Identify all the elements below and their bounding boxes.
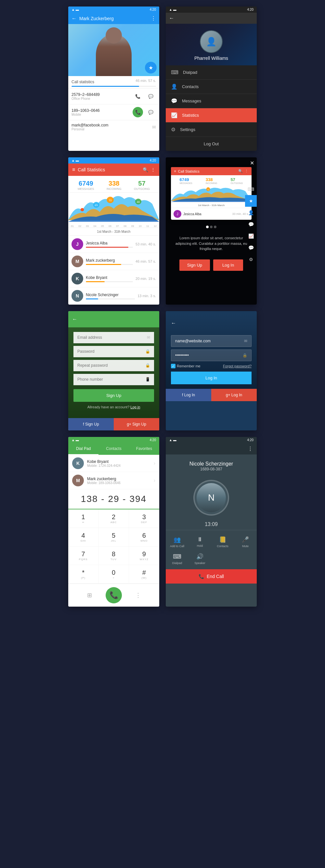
- call-phone-1-button[interactable]: 📞: [133, 91, 143, 101]
- more-options-button[interactable]: ⋮: [248, 446, 253, 452]
- facebook-signup-button[interactable]: f Sign Up: [68, 418, 114, 430]
- contacts-button[interactable]: 📒 Contacts: [211, 533, 234, 550]
- tab-contacts[interactable]: Contacts: [98, 443, 129, 455]
- repeat-password-input[interactable]: [77, 363, 145, 368]
- mini-messages-value: 6749: [180, 177, 192, 182]
- key-3[interactable]: 3DEF: [129, 509, 159, 528]
- gplus-login-button[interactable]: g+ Log In: [211, 389, 257, 401]
- more-icon[interactable]: ⋮: [151, 167, 155, 172]
- mini-title: Call Statistics: [178, 169, 236, 173]
- menu-item-messages[interactable]: 💬 Messages: [166, 94, 257, 108]
- menu-item-contacts[interactable]: 👤 Contacts: [166, 80, 257, 94]
- contact-entry-info-2: Mark zuckerberg Mobile: 189-1063-0646: [87, 476, 151, 485]
- side-messages-icon[interactable]: 💬: [245, 218, 257, 230]
- menu-label-settings: Settings: [180, 127, 195, 132]
- key-1[interactable]: 1∞: [68, 509, 98, 528]
- side-message-icon2[interactable]: 💬: [245, 242, 257, 254]
- key-hash[interactable]: #(W): [129, 565, 159, 584]
- caller-row-2: M Mark zuckerberg 46 min. 57 s.: [68, 253, 159, 270]
- call-screen-card: ▲ ▬ 4:20 ⋮ Nicole Scherzinger 1689-08-38…: [166, 437, 257, 607]
- stats-title: Call Statistics: [78, 167, 140, 172]
- side-dialpad-icon[interactable]: ⌨: [245, 183, 257, 195]
- side-stats-icon[interactable]: 📈: [245, 230, 257, 242]
- recent-contact-1: K Kobe Bryant Mobile: 1724-324-4424 ›: [68, 455, 159, 472]
- message-phone-2-button[interactable]: 💬: [145, 107, 156, 117]
- mute-label: Mute: [242, 545, 249, 548]
- modal-login-button[interactable]: Log In: [213, 259, 243, 271]
- menu-item-dialpad[interactable]: ⌨ Dialpad: [166, 65, 257, 80]
- facebook-login-button[interactable]: f Log In: [166, 389, 211, 401]
- key-6[interactable]: 6MNO: [129, 528, 159, 547]
- dot-2[interactable]: [210, 226, 213, 228]
- dot-3[interactable]: [214, 226, 217, 228]
- favorite-button[interactable]: ★: [145, 62, 157, 73]
- grid-icon[interactable]: ⊞: [73, 592, 106, 599]
- gplus-signup-button[interactable]: g+ Sign Up: [114, 418, 159, 430]
- remember-checkbox[interactable]: ✓: [171, 364, 175, 368]
- email-field-container: ✉: [73, 332, 154, 343]
- key-8[interactable]: 8TUV: [98, 547, 129, 565]
- key-0[interactable]: 0+: [98, 565, 129, 584]
- key-9[interactable]: 9WXYZ: [129, 547, 159, 565]
- login-button[interactable]: Log In: [171, 372, 252, 384]
- forgot-password-link[interactable]: Forgot password?: [223, 364, 252, 368]
- mute-button[interactable]: 🎤 Mute: [234, 533, 257, 550]
- modal-close-button[interactable]: ✕: [250, 160, 254, 166]
- back-button[interactable]: ←: [169, 15, 174, 21]
- speaker-button[interactable]: 🔊 Speaker: [189, 550, 211, 567]
- end-call-button[interactable]: 📞 End Call: [166, 569, 257, 584]
- key-7[interactable]: 7PQRS: [68, 547, 98, 565]
- contact-arrow-1[interactable]: ›: [154, 460, 155, 466]
- message-phone-1-button[interactable]: 💬: [145, 91, 156, 101]
- modal-signup-button[interactable]: Sign Up: [180, 259, 210, 271]
- call-stats-bar: Call statistics 46 min. 57 s.: [68, 76, 159, 88]
- caller-bar-3: [86, 281, 133, 282]
- email-input[interactable]: [77, 335, 147, 340]
- email-icon: ✉: [147, 335, 150, 340]
- dot-1[interactable]: [206, 226, 209, 228]
- signup-button[interactable]: Sign Up: [73, 389, 154, 402]
- more-button[interactable]: ⋮: [151, 15, 156, 22]
- side-contacts-icon[interactable]: 👤: [245, 207, 257, 218]
- back-button[interactable]: ←: [72, 316, 77, 322]
- svg-point-6: [80, 208, 84, 211]
- tab-favorites[interactable]: Favorites: [129, 443, 159, 455]
- login-link[interactable]: Log in: [130, 405, 140, 409]
- side-settings-icon[interactable]: ⚙: [245, 254, 257, 265]
- side-star-icon[interactable]: ★: [245, 195, 257, 207]
- menu-icon[interactable]: ≡: [72, 167, 75, 173]
- row-2: ▲ ▬ 4:20 ≡ Call Statistics 🔍 ⋮ 6749 MESS…: [6, 157, 319, 305]
- back-button[interactable]: ←: [71, 16, 77, 22]
- logout-button[interactable]: Log Out: [166, 137, 257, 151]
- more-icon-footer[interactable]: ⋮: [122, 592, 154, 599]
- key-4[interactable]: 4GHI: [68, 528, 98, 547]
- number-display: 138 - 29 - 394: [68, 489, 159, 509]
- mini-stats-header: ≡ Call Statistics 🔍 ⋮: [171, 167, 252, 175]
- login-back-button[interactable]: ←: [171, 320, 176, 326]
- search-icon[interactable]: 🔍: [143, 167, 148, 172]
- dialpad-icon: ⌨: [171, 69, 178, 75]
- dialpad-icon-call: ⌨: [173, 553, 181, 560]
- signup-form: ✉ 🔒 🔒 📱 Sign Up Allready have an account…: [68, 328, 159, 418]
- signup-card: ← ✉ 🔒 🔒 📱 Sign Up: [68, 311, 159, 430]
- key-5[interactable]: 5JKL: [98, 528, 129, 547]
- contact-arrow-2[interactable]: ›: [154, 477, 155, 484]
- menu-item-statistics[interactable]: 📈 Statistics: [166, 108, 257, 123]
- password-input[interactable]: [77, 349, 145, 354]
- menu-item-settings[interactable]: ⚙ Settings: [166, 123, 257, 137]
- login-password-input[interactable]: [175, 353, 242, 358]
- dialpad-button-call[interactable]: ⌨ Dialpad: [166, 550, 189, 567]
- call-button[interactable]: 📞: [106, 587, 122, 603]
- modal-auth-buttons: Sign Up Log In: [166, 256, 257, 277]
- phone-input[interactable]: [77, 377, 145, 382]
- add-to-call-button[interactable]: 👥 Add to Call: [166, 533, 189, 550]
- call-phone-2-button[interactable]: 📞: [133, 107, 143, 117]
- key-2[interactable]: 2ABC: [98, 509, 129, 528]
- call-contact-info: Nicole Scherzinger 1689-08-387: [166, 455, 257, 475]
- login-card: ← ✉ 🔒 ✓ Remember me Forgot password? Log…: [166, 311, 257, 430]
- hold-button[interactable]: ⏸ Hold: [189, 533, 211, 550]
- key-star[interactable]: *(P): [68, 565, 98, 584]
- messages-value: 6749: [78, 180, 94, 187]
- login-email-input[interactable]: [175, 339, 244, 343]
- tab-dialpad[interactable]: Dial Pad: [68, 443, 98, 455]
